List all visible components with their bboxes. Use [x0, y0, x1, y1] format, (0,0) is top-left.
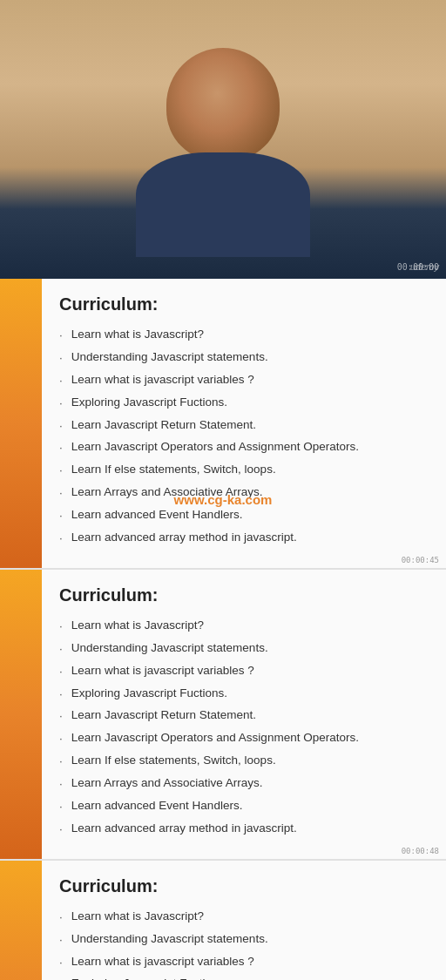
item-text: Understanding Javascript statements.	[71, 640, 268, 657]
left-accent-1	[0, 279, 42, 568]
item-text: Learn If else statements, Switch, loops.	[71, 753, 276, 769]
bullet-icon: ·	[59, 977, 63, 980]
list-item: ·Understanding Javascript statements.	[59, 349, 429, 367]
list-item: ·Learn If else statements, Switch, loops…	[59, 753, 429, 770]
curriculum-title-2: Curriculum:	[59, 585, 429, 605]
bullet-icon: ·	[59, 373, 63, 389]
bullet-icon: ·	[59, 618, 63, 635]
list-item: ·Learn advanced array method in javascri…	[59, 530, 429, 547]
item-text: Learn Javascript Return Statement.	[71, 417, 256, 434]
item-text: Learn advanced array method in javascrip…	[71, 821, 297, 837]
list-item: ·Understanding Javascript statements.	[59, 640, 429, 658]
bullet-icon: ·	[59, 418, 63, 435]
bullet-icon: ·	[59, 350, 63, 367]
list-item: ·Learn what is javascript variables ?	[59, 954, 429, 971]
list-item: ·Learn Javascript Return Statement.	[59, 707, 429, 725]
list-item: ·Exploring Javascript Fuctions.	[59, 976, 429, 980]
list-item: ·Learn what is Javascript?	[59, 327, 429, 344]
item-text: Learn what is javascript variables ?	[71, 372, 254, 389]
bullet-icon: ·	[59, 328, 63, 344]
item-text: Learn what is javascript variables ?	[71, 954, 254, 970]
item-text: Learn Arrays and Associative Arrays.	[71, 484, 263, 501]
curriculum-title-3: Curriculum:	[59, 876, 429, 896]
bullet-icon: ·	[59, 754, 63, 770]
item-text: Understanding Javascript statements.	[71, 349, 268, 366]
item-text: Exploring Javascript Fuctions.	[71, 686, 227, 702]
list-item: ·Exploring Javascript Fuctions.	[59, 686, 429, 703]
section-timestamp-1: 00:00:45	[402, 556, 439, 564]
video-scene: 00:00:00	[0, 0, 446, 279]
bullet-icon: ·	[59, 395, 63, 412]
list-item: ·Learn what is javascript variables ?	[59, 663, 429, 680]
item-text: Learn advanced array method in javascrip…	[71, 530, 297, 546]
bullet-icon: ·	[59, 821, 63, 838]
list-item: ·Learn If else statements, Switch, loops…	[59, 462, 429, 479]
list-item: ·Learn what is javascript variables ?	[59, 372, 429, 389]
curriculum-list-3: ·Learn what is Javascript? ·Understandin…	[59, 909, 429, 980]
item-text: Learn Javascript Operators and Assignmen…	[71, 730, 359, 747]
list-item: ·Learn advanced Event Handlers.	[59, 798, 429, 815]
curriculum-list-2: ·Learn what is Javascript? ·Understandin…	[59, 618, 429, 838]
item-text: Learn what is Javascript?	[71, 909, 204, 925]
list-item: ·Learn advanced array method in javascri…	[59, 821, 429, 838]
slide-section-2: Curriculum: ·Learn what is Javascript? ·…	[0, 570, 446, 859]
bullet-icon: ·	[59, 799, 63, 815]
list-item: ·Learn Javascript Operators and Assignme…	[59, 730, 429, 747]
item-text: Exploring Javascript Fuctions.	[71, 395, 227, 411]
bullet-icon: ·	[59, 531, 63, 547]
bullet-icon: ·	[59, 909, 63, 926]
left-accent-2	[0, 570, 42, 859]
list-item: ·Learn what is Javascript?	[59, 618, 429, 635]
bullet-icon: ·	[59, 440, 63, 456]
list-item: ·Learn Javascript Operators and Assignme…	[59, 439, 429, 456]
list-item: ·Learn Arrays and Associative Arrays.	[59, 484, 429, 502]
list-item: ·Learn advanced Event Handlers.	[59, 507, 429, 524]
bullet-icon: ·	[59, 776, 63, 793]
bullet-icon: ·	[59, 932, 63, 949]
item-text: Learn what is Javascript?	[71, 327, 204, 343]
list-item: ·Exploring Javascript Fuctions.	[59, 395, 429, 412]
item-text: Learn Javascript Return Statement.	[71, 707, 256, 724]
bullet-icon: ·	[59, 641, 63, 658]
bullet-icon: ·	[59, 955, 63, 971]
bullet-icon: ·	[59, 508, 63, 524]
item-text: Exploring Javascript Fuctions.	[71, 976, 227, 980]
item-text: Learn what is javascript variables ?	[71, 663, 254, 679]
bullet-icon: ·	[59, 485, 63, 502]
bullet-icon: ·	[59, 664, 63, 680]
list-item: ·Learn what is Javascript?	[59, 909, 429, 926]
curriculum-title-1: Curriculum:	[59, 294, 429, 314]
item-text: Learn If else statements, Switch, loops.	[71, 462, 276, 478]
section-timestamp-2: 00:00:48	[402, 847, 439, 855]
item-text: Learn Arrays and Associative Arrays.	[71, 775, 263, 792]
list-item: ·Learn Arrays and Associative Arrays.	[59, 775, 429, 793]
slide-section-1: Curriculum: ·Learn what is Javascript? ·…	[0, 279, 446, 568]
slide-content-1: Curriculum: ·Learn what is Javascript? ·…	[42, 279, 446, 568]
item-text: Learn what is Javascript?	[71, 618, 204, 634]
item-text: Learn advanced Event Handlers.	[71, 798, 243, 814]
udemy-watermark: udemy	[410, 261, 439, 272]
bullet-icon: ·	[59, 731, 63, 747]
bullet-icon: ·	[59, 708, 63, 725]
slide-section-3: Curriculum: ·Learn what is Javascript? ·…	[0, 861, 446, 980]
slide-content-2: Curriculum: ·Learn what is Javascript? ·…	[42, 570, 446, 859]
video-player: File: Introduction.mp4 Size: 20093439 by…	[0, 0, 446, 279]
item-text: Learn advanced Event Handlers.	[71, 507, 243, 524]
bullet-icon: ·	[59, 463, 63, 479]
bullet-icon: ·	[59, 686, 63, 703]
slide-content-3: Curriculum: ·Learn what is Javascript? ·…	[42, 861, 446, 980]
left-accent-3	[0, 861, 42, 980]
list-item: ·Understanding Javascript statements.	[59, 931, 429, 949]
list-item: ·Learn Javascript Return Statement.	[59, 417, 429, 435]
item-text: Learn Javascript Operators and Assignmen…	[71, 439, 359, 456]
curriculum-list-1: ·Learn what is Javascript? ·Understandin…	[59, 327, 429, 547]
item-text: Understanding Javascript statements.	[71, 931, 268, 948]
